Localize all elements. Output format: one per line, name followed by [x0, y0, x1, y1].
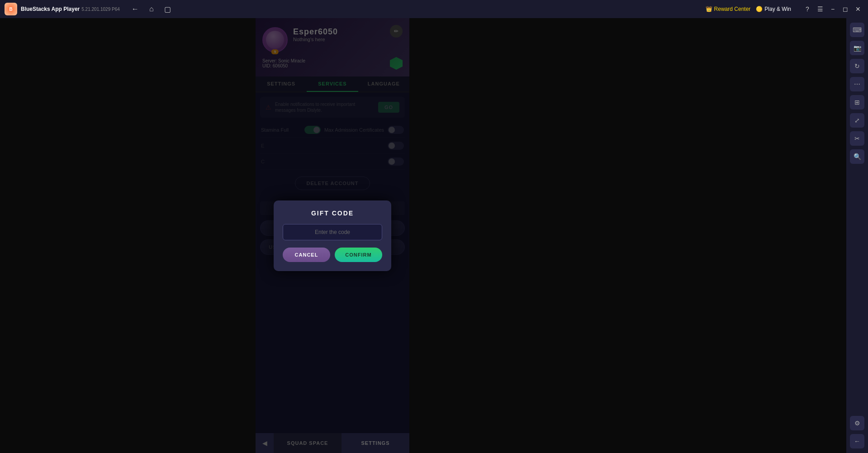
- sidebar-search-icon[interactable]: 🔍: [850, 149, 864, 164]
- app-version: 5.21.201.1029 P64: [81, 7, 120, 12]
- back-button[interactable]: ←: [129, 3, 142, 15]
- sidebar-grid-icon[interactable]: ⊞: [850, 95, 864, 110]
- sidebar-more-icon[interactable]: ←: [850, 434, 864, 448]
- gift-code-modal: GIFT CODE CANCEL CONFIRM: [274, 200, 391, 271]
- modal-overlay: GIFT CODE CANCEL CONFIRM: [256, 18, 409, 453]
- sidebar-photo-icon[interactable]: 📷: [850, 41, 864, 55]
- confirm-button[interactable]: CONFIRM: [335, 248, 382, 262]
- game-panel: 5 Esper6050 Nothing's here ✏ Server: Son…: [256, 18, 409, 453]
- titlebar: B BlueStacks App Player 5.21.201.1029 P6…: [0, 0, 868, 18]
- modal-buttons: CANCEL CONFIRM: [283, 248, 382, 262]
- main-area: 5 Esper6050 Nothing's here ✏ Server: Son…: [0, 18, 868, 453]
- sidebar-crop-icon[interactable]: ✂: [850, 131, 864, 146]
- maximize-button[interactable]: ◻: [840, 4, 851, 14]
- window-controls: ? ☰ − ◻ ✕: [802, 4, 863, 14]
- sidebar-settings-icon[interactable]: ⚙: [850, 416, 864, 430]
- close-button[interactable]: ✕: [853, 4, 863, 14]
- menu-button[interactable]: ☰: [815, 4, 825, 14]
- sidebar-resize-icon[interactable]: ⤢: [850, 113, 864, 128]
- modal-title: GIFT CODE: [283, 210, 382, 217]
- reward-center-button[interactable]: 👑 Reward Center: [706, 6, 751, 12]
- crown-icon: 👑: [706, 6, 712, 12]
- app-logo: B: [5, 3, 17, 15]
- playnwin-button[interactable]: 🟡 Play & Win: [756, 6, 791, 12]
- right-sidebar: ⌨ 📷 ↻ ⋯ ⊞ ⤢ ✂ 🔍 ⚙ ←: [846, 18, 868, 453]
- sidebar-refresh-icon[interactable]: ↻: [850, 59, 864, 73]
- gift-code-input[interactable]: [283, 224, 382, 240]
- app-name: BlueStacks App Player: [21, 6, 80, 12]
- titlebar-nav: ← ⌂ ▢: [129, 3, 174, 15]
- cancel-button[interactable]: CANCEL: [283, 248, 330, 262]
- windows-button[interactable]: ▢: [161, 3, 174, 15]
- minimize-button[interactable]: −: [827, 4, 838, 14]
- help-button[interactable]: ?: [802, 4, 813, 14]
- sidebar-dots-icon[interactable]: ⋯: [850, 77, 864, 91]
- titlebar-right: 👑 Reward Center 🟡 Play & Win ? ☰ − ◻ ✕: [706, 4, 863, 14]
- sidebar-keyboard-icon[interactable]: ⌨: [850, 23, 864, 37]
- coin-icon: 🟡: [756, 6, 763, 12]
- home-button[interactable]: ⌂: [145, 3, 158, 15]
